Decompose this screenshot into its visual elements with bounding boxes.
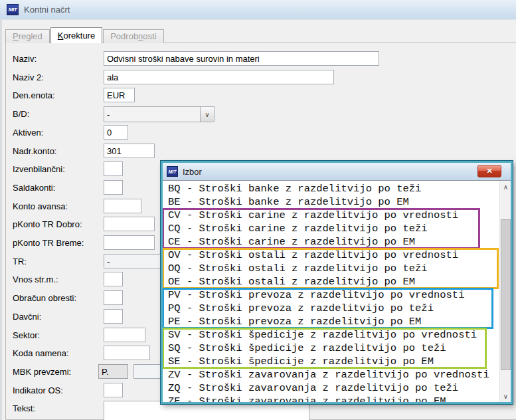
- input-vnos-str-m[interactable]: [104, 272, 123, 286]
- field-label-den-enota: Den.enota:: [13, 90, 55, 100]
- tab-label-post: regled: [19, 31, 43, 41]
- input-value: ala: [104, 72, 118, 82]
- chevron-down-icon: ∨: [205, 111, 209, 118]
- app-root: { "window": { "title": "Kontni načrt", "…: [0, 0, 516, 420]
- input-aktiven[interactable]: 0: [104, 125, 128, 140]
- window-title: Kontni načrt: [24, 0, 70, 20]
- input-value: 0: [104, 128, 112, 138]
- list-item-sv[interactable]: SV - Stroški špedicije z razdelitvijo po…: [168, 328, 477, 342]
- input-den-enota[interactable]: EUR: [104, 88, 135, 102]
- dialog-titlebar[interactable]: MIT Izbor ✕: [163, 163, 511, 180]
- input-obra-un-obresti[interactable]: [104, 290, 123, 305]
- field-label-saldakonti: Saldakonti:: [13, 183, 55, 193]
- input-value: 301: [104, 146, 122, 156]
- list-item-pv[interactable]: PV - Stroški prevoza z razdelitvijo po v…: [168, 288, 464, 302]
- field-label-naziv-2: Naziv 2:: [13, 72, 44, 82]
- tab-pregled[interactable]: Pregled: [5, 29, 50, 43]
- tab-korekture[interactable]: Korekture: [50, 27, 102, 43]
- list-item-ov[interactable]: OV - Stroški ostali z razdelitvijo po vr…: [168, 249, 458, 262]
- input-izvenbilan-ni[interactable]: [104, 161, 123, 176]
- field-label-izvenbilan-ni: Izvenbilančni:: [13, 164, 65, 174]
- field-label-aktiven: Aktiven:: [13, 128, 43, 138]
- list-item-be[interactable]: BE - Stroški banke z razdelitvijo po EM: [168, 195, 409, 209]
- list-item-ce[interactable]: CE - Stroški carine z razdelitvijo po EM: [168, 235, 415, 249]
- input-sektor[interactable]: [104, 328, 145, 342]
- list-item-bq[interactable]: BQ - Stroški banke z razdelitvijo po tež…: [168, 182, 421, 195]
- scroll-down-icon: ∨: [503, 393, 508, 400]
- input-naziv[interactable]: Odvisni stroški nabave surovin in materi: [104, 51, 379, 66]
- field-label-indikator-os: Indikator OS:: [13, 385, 63, 395]
- list-item-ze[interactable]: ZE - Stroški zavarovanja z razdelitvijo …: [168, 395, 446, 402]
- input-value: P.: [99, 367, 109, 377]
- list-item-zq[interactable]: ZQ - Stroški zavarovanja z razdelitvijo …: [168, 381, 458, 395]
- tab-label-post: osti: [143, 31, 156, 41]
- tab-label-pre: Podrob: [110, 31, 138, 41]
- scroll-down-button[interactable]: ∨: [500, 391, 511, 402]
- list-item-pe[interactable]: PE - Stroški prevoza z razdelitvijo po E…: [168, 315, 421, 328]
- input-pkonto-tr-breme[interactable]: [104, 235, 155, 250]
- input-value: -: [104, 257, 110, 266]
- field-label-sektor: Sektor:: [13, 330, 40, 340]
- tab-label-accel: P: [13, 31, 19, 41]
- input-konto-avansa[interactable]: [104, 199, 141, 213]
- list-item-se[interactable]: SE - Stroški špedicije z razdelitvijo po…: [168, 355, 434, 368]
- field-label-koda-namena: Koda namena:: [13, 348, 69, 358]
- scroll-up-button[interactable]: ∧: [500, 181, 511, 193]
- field-label-vnos-str-m: Vnos str.m.:: [13, 274, 58, 284]
- list-item-cv[interactable]: CV - Stroški carine z razdelitvijo po vr…: [168, 209, 458, 222]
- scrollbar-thumb[interactable]: [501, 219, 511, 370]
- field-label-mbk-prevzemi: MBK prevzemi:: [13, 367, 71, 377]
- input-pkonto-tr-dobro[interactable]: [104, 217, 155, 231]
- input-dav-ni[interactable]: [104, 309, 123, 324]
- app-logo-icon: MIT: [7, 4, 19, 15]
- field-label-pkonto-tr-breme: pKonto TR Breme:: [13, 238, 84, 248]
- field-label-tr: TR:: [13, 257, 27, 266]
- input-nadr-konto[interactable]: 301: [104, 144, 155, 158]
- input-koda-namena[interactable]: [104, 346, 150, 360]
- input-value: EUR: [104, 90, 125, 100]
- input-b-d[interactable]: -∨: [104, 106, 215, 122]
- field-label-dav-ni: Davčni:: [13, 312, 41, 322]
- input-mbk-prevzemi[interactable]: P.: [98, 364, 128, 379]
- list-item-oe[interactable]: OE - Stroški ostali z razdelitvijo po EM: [168, 275, 415, 288]
- list-item-cq[interactable]: CQ - Stroški carine z razdelitvijo po te…: [168, 222, 428, 235]
- field-label-pkonto-tr-dobro: pKonto TR Dobro:: [13, 219, 82, 229]
- tab-label-post: orekture: [63, 31, 95, 41]
- field-label-konto-avansa: Konto avansa:: [13, 201, 68, 211]
- dialog-logo-icon: MIT: [167, 166, 178, 177]
- field-label-tekst: Tekst:: [13, 403, 35, 413]
- scrollbar[interactable]: ∧ ∨: [499, 181, 511, 402]
- window-left-border: [1, 20, 1, 420]
- scroll-up-icon: ∧: [503, 183, 508, 191]
- close-icon: ✕: [486, 167, 492, 175]
- field-label-nadr-konto: Nadr.konto:: [13, 146, 57, 156]
- field-label-naziv: Naziv:: [13, 54, 37, 64]
- input-naziv-2[interactable]: ala: [104, 70, 334, 84]
- dialog-title: Izbor: [183, 167, 202, 177]
- list-item-oq[interactable]: OQ - Stroški ostali z razdelitvijo po te…: [168, 262, 428, 275]
- tab-podrobnosti[interactable]: Podrobnosti: [103, 29, 163, 43]
- list-item-pq[interactable]: PQ - Stroški prevoza z razdelitvijo po t…: [168, 302, 434, 315]
- input-indikator-os[interactable]: [104, 383, 123, 397]
- izbor-dialog: MIT Izbor ✕ ∧ ∨ BQ - Stroški banke z raz…: [161, 161, 513, 404]
- list-item-sq[interactable]: SQ - Stroški špedicije z razdelitvijo po…: [168, 342, 446, 355]
- input-saldakonti[interactable]: [104, 180, 123, 195]
- input-value: -: [104, 110, 110, 120]
- selection-list: ∧ ∨ BQ - Stroški banke z razdelitvijo po…: [163, 180, 511, 402]
- dropdown-button[interactable]: ∨: [200, 107, 214, 122]
- field-label-obra-un-obresti: Obračun obresti:: [13, 293, 76, 303]
- field-label-b-d: B/D:: [13, 109, 29, 119]
- tab-strip: PregledKorekturePodrobnosti: [5, 27, 165, 43]
- input-value: Odvisni stroški nabave surovin in materi: [104, 54, 260, 64]
- close-button[interactable]: ✕: [477, 165, 501, 177]
- list-item-zv[interactable]: ZV - Stroški zavarovanja z razdelitvijo …: [168, 368, 489, 381]
- window-titlebar: MIT Kontni načrt: [0, 0, 516, 20]
